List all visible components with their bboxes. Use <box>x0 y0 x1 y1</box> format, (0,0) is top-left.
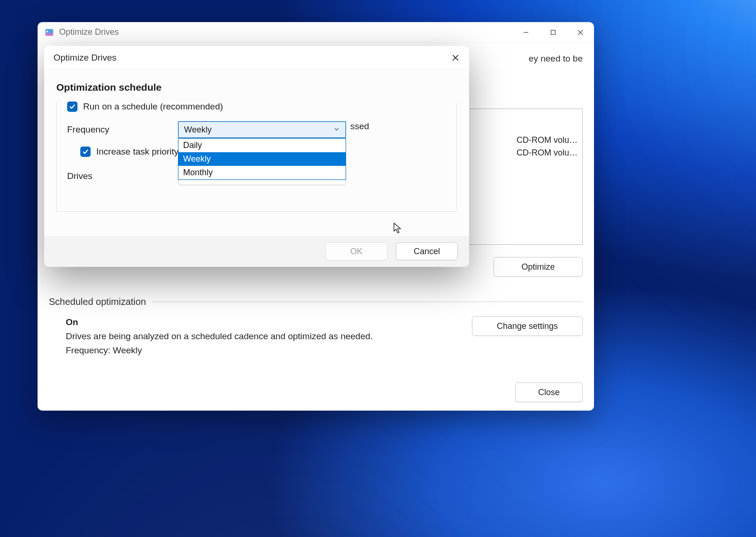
app-icon <box>44 27 54 38</box>
frequency-value: Weekly <box>184 125 212 135</box>
optimize-button[interactable]: Optimize <box>494 257 583 277</box>
cancel-button[interactable]: Cancel <box>396 242 458 260</box>
dialog-close-button[interactable] <box>445 48 466 67</box>
drives-label: Drives <box>67 171 178 181</box>
dialog-body: Optimization schedule Run on a schedule … <box>44 70 469 236</box>
schedule-dialog: Optimize Drives Optimization schedule Ru… <box>44 46 469 267</box>
frequency-option-monthly[interactable]: Monthly <box>178 166 346 179</box>
obscured-suffix: ssed <box>350 121 369 132</box>
drive-row[interactable]: CD-ROM volu… <box>517 148 578 158</box>
mouse-cursor-icon <box>393 223 402 234</box>
change-settings-button[interactable]: Change settings <box>472 316 583 336</box>
svg-rect-1 <box>46 33 54 36</box>
frequency-label: Frequency <box>67 125 178 135</box>
section-divider: Scheduled optimization <box>49 296 583 307</box>
frequency-option-weekly[interactable]: Weekly <box>178 152 346 166</box>
dialog-titlebar: Optimize Drives <box>44 46 469 70</box>
section-label: Scheduled optimization <box>49 296 152 307</box>
run-schedule-label: Run on a schedule (recommended) <box>83 101 223 112</box>
drive-row[interactable]: CD-ROM volu… <box>517 135 578 145</box>
sched-desc: Drives are being analyzed on a scheduled… <box>66 331 373 342</box>
schedule-group: Run on a schedule (recommended) Frequenc… <box>56 101 457 212</box>
dialog-footer: OK Cancel <box>44 236 469 267</box>
maximize-button[interactable] <box>540 22 567 43</box>
window-title: Optimize Drives <box>59 27 119 37</box>
run-schedule-checkbox[interactable] <box>67 101 77 112</box>
description-text: ey need to be <box>529 52 583 66</box>
divider-line <box>152 302 583 302</box>
run-schedule-row[interactable]: Run on a schedule (recommended) <box>67 101 446 112</box>
close-window-button[interactable]: Close <box>515 382 583 402</box>
chevron-down-icon <box>333 125 340 135</box>
status-on: On <box>66 317 373 327</box>
dialog-title: Optimize Drives <box>54 53 116 63</box>
frequency-combobox[interactable]: Weekly Daily Weekly Monthly <box>178 121 346 138</box>
increase-priority-label: Increase task priority, <box>96 147 180 157</box>
close-button[interactable] <box>567 22 594 43</box>
ok-button[interactable]: OK <box>325 242 387 260</box>
svg-rect-4 <box>551 30 555 34</box>
sched-freq: Frequency: Weekly <box>66 345 373 356</box>
frequency-dropdown-list[interactable]: Daily Weekly Monthly <box>178 138 346 180</box>
titlebar: Optimize Drives <box>38 22 594 43</box>
window-controls <box>512 22 594 43</box>
svg-point-2 <box>46 31 48 32</box>
frequency-row: Frequency Weekly Daily Weekly Monthly ss… <box>67 121 446 138</box>
frequency-option-daily[interactable]: Daily <box>178 139 346 152</box>
increase-priority-checkbox[interactable] <box>80 147 91 157</box>
minimize-button[interactable] <box>512 22 540 43</box>
scheduled-block: On Drives are being analyzed on a schedu… <box>66 317 373 359</box>
dialog-heading: Optimization schedule <box>56 82 457 93</box>
